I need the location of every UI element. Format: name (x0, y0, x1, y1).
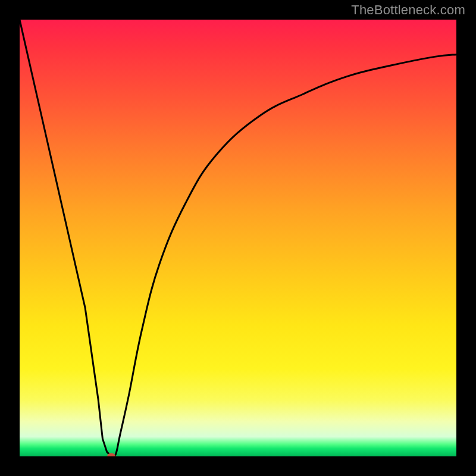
plot-area (20, 20, 456, 456)
optimal-point-marker (107, 453, 115, 457)
watermark-label: TheBottleneck.com (351, 2, 465, 18)
bottleneck-curve (20, 20, 456, 456)
chart-frame: TheBottleneck.com (0, 0, 476, 476)
